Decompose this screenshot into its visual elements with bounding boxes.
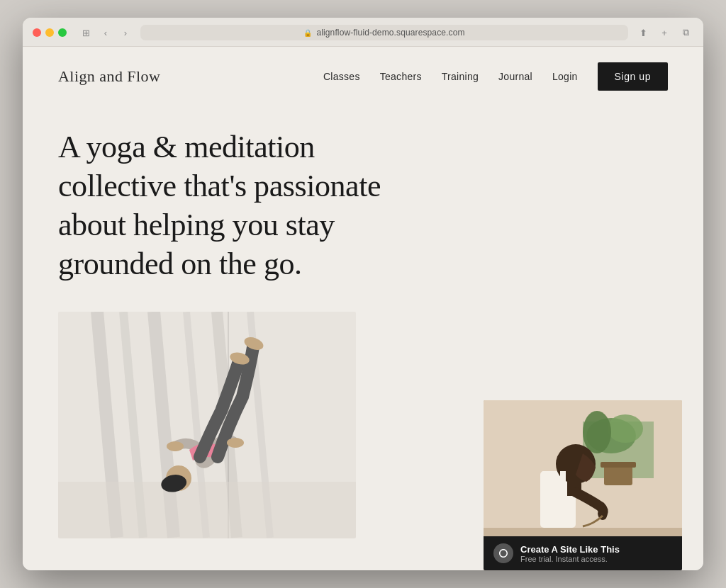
- nav-journal[interactable]: Journal: [498, 71, 532, 82]
- meditation-image-wrapper: Create A Site Like This Free trial. Inst…: [484, 400, 682, 570]
- svg-rect-27: [542, 471, 548, 499]
- lock-icon: 🔒: [303, 29, 312, 37]
- browser-controls: ⊞ ‹ ›: [78, 25, 133, 40]
- address-bar[interactable]: 🔒 alignflow-fluid-demo.squarespace.com: [140, 25, 628, 40]
- svg-point-20: [608, 414, 643, 443]
- new-tab-button[interactable]: +: [657, 25, 672, 40]
- site-logo[interactable]: Align and Flow: [58, 67, 160, 86]
- url-text: alignflow-fluid-demo.squarespace.com: [316, 28, 464, 38]
- nav-teachers[interactable]: Teachers: [380, 71, 422, 82]
- nav-links: Classes Teachers Training Journal Login …: [323, 62, 668, 91]
- nav-training[interactable]: Training: [442, 71, 479, 82]
- fullscreen-button[interactable]: [58, 28, 67, 37]
- hero-section: A yoga & meditation collective that's pa…: [23, 106, 703, 283]
- browser-chrome: ⊞ ‹ › 🔒 alignflow-fluid-demo.squarespace…: [23, 18, 703, 47]
- website-content: Align and Flow Classes Teachers Training…: [23, 47, 703, 570]
- badge-text: Create A Site Like This Free trial. Inst…: [520, 544, 620, 563]
- hero-headline: A yoga & meditation collective that's pa…: [58, 128, 427, 283]
- traffic-lights: [33, 28, 67, 37]
- back-button[interactable]: ‹: [98, 25, 113, 40]
- badge-subtitle: Free trial. Instant access.: [520, 555, 620, 563]
- squarespace-badge[interactable]: Create A Site Like This Free trial. Inst…: [484, 536, 682, 570]
- browser-window: ⊞ ‹ › 🔒 alignflow-fluid-demo.squarespace…: [23, 18, 703, 570]
- images-section: Create A Site Like This Free trial. Inst…: [23, 283, 703, 570]
- squarespace-icon: [493, 543, 513, 563]
- svg-rect-8: [58, 482, 356, 538]
- close-button[interactable]: [33, 28, 41, 37]
- navigation: Align and Flow Classes Teachers Training…: [23, 47, 703, 106]
- nav-classes[interactable]: Classes: [323, 71, 360, 82]
- yoga-pose-image: [58, 312, 356, 538]
- sidebar-toggle-button[interactable]: ⊞: [78, 25, 94, 40]
- svg-point-21: [583, 411, 611, 453]
- tabs-button[interactable]: ⧉: [678, 25, 693, 40]
- svg-point-14: [167, 441, 184, 451]
- meditation-image: Create A Site Like This Free trial. Inst…: [484, 400, 682, 570]
- signup-button[interactable]: Sign up: [598, 62, 668, 91]
- badge-title: Create A Site Like This: [520, 544, 620, 555]
- share-button[interactable]: ⬆: [635, 25, 651, 40]
- browser-actions: ⬆ + ⧉: [635, 25, 693, 40]
- login-link[interactable]: Login: [552, 71, 578, 82]
- yoga-pose-svg: [58, 312, 356, 538]
- minimize-button[interactable]: [45, 28, 54, 37]
- svg-rect-23: [601, 462, 636, 468]
- svg-point-15: [227, 438, 244, 448]
- forward-button[interactable]: ›: [118, 25, 133, 40]
- svg-rect-28: [560, 471, 566, 499]
